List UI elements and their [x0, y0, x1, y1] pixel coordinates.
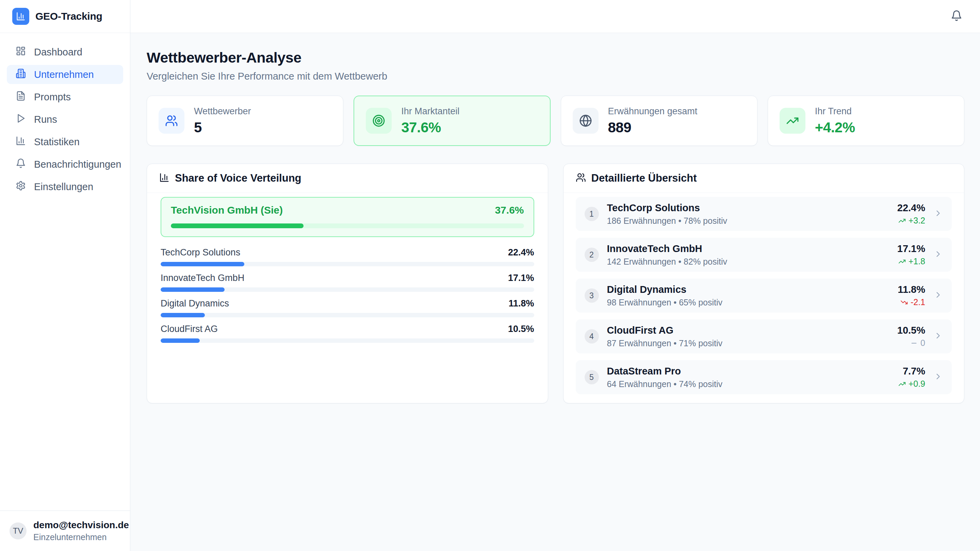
sidebar-item-runs[interactable]: Runs [7, 110, 123, 129]
globe-icon [573, 108, 598, 134]
share-value: 22.4% [508, 247, 534, 258]
trend-indicator: +0.9 [898, 379, 925, 389]
trending-up-icon [898, 258, 906, 265]
sidebar-item-einstellungen[interactable]: Einstellungen [7, 177, 123, 196]
share-item: TechCorp Solutions 22.4% [161, 247, 534, 266]
content: Wettbewerber-Analyse Vergleichen Sie Ihr… [130, 33, 980, 551]
notifications-bell-icon[interactable] [951, 10, 962, 23]
file-text-icon [16, 91, 26, 103]
share-value: 7.7% [898, 366, 925, 377]
users-icon [576, 172, 586, 184]
share-value: 37.6% [495, 205, 524, 216]
rank-badge: 5 [585, 370, 599, 384]
stat-label: Ihr Trend [815, 106, 855, 117]
app-logo [12, 8, 29, 25]
competitor-name: InnovateTech GmbH [607, 243, 727, 254]
sidebar-item-unternehmen[interactable]: Unternehmen [7, 65, 123, 84]
detail-overview-panel: Detaillierte Übersicht 1 TechCorp Soluti… [563, 164, 965, 403]
share-value: 10.5% [508, 324, 534, 334]
trending-down-icon [900, 299, 908, 306]
stat-value: 889 [608, 119, 698, 136]
trend-indicator: -2.1 [898, 297, 925, 307]
user-email: demo@techvision.de [33, 520, 129, 530]
competitor-stats: 87 Erwähnungen • 71% positiv [607, 338, 723, 348]
chevron-right-icon[interactable] [933, 249, 943, 260]
gear-icon [16, 181, 26, 193]
share-panel-header: Share of Voice Verteilung [147, 164, 548, 193]
panel-title: Share of Voice Verteilung [175, 172, 301, 184]
rank-badge: 3 [585, 288, 599, 303]
user-role: Einzelunternehmen [33, 532, 129, 542]
competitor-row[interactable]: 1 TechCorp Solutions 186 Erwähnungen • 7… [576, 197, 952, 231]
building-icon [16, 68, 26, 81]
trend-indicator: +1.8 [897, 256, 925, 266]
competitor-row[interactable]: 3 Digital Dynamics 98 Erwähnungen • 65% … [576, 279, 952, 313]
stat-value: +4.2% [815, 119, 855, 136]
sidebar-item-label: Statistiken [34, 137, 80, 148]
share-value: 17.1% [508, 273, 534, 283]
progress-fill [171, 224, 304, 228]
bell-icon [16, 158, 26, 171]
sidebar-item-label: Dashboard [34, 47, 82, 58]
competitor-name: TechVision GmbH (Sie) [171, 205, 283, 216]
competitor-row[interactable]: 2 InnovateTech GmbH 142 Erwähnungen • 82… [576, 238, 952, 272]
chevron-right-icon[interactable] [933, 372, 943, 383]
share-list: TechVision GmbH (Sie) 37.6% TechCorp Sol… [147, 193, 548, 343]
sidebar-item-benachrichtigungen[interactable]: Benachrichtigungen [7, 155, 123, 174]
competitor-name: Digital Dynamics [607, 284, 723, 295]
progress-fill [161, 338, 200, 343]
trend-indicator: +3.2 [897, 216, 925, 225]
share-of-voice-panel: Share of Voice Verteilung TechVision Gmb… [147, 164, 548, 403]
sidebar-item-dashboard[interactable]: Dashboard [7, 43, 123, 62]
chevron-right-icon[interactable] [933, 331, 943, 342]
share-item: InnovateTech GmbH 17.1% [161, 273, 534, 292]
progress-track [171, 224, 524, 228]
minus-icon [910, 340, 918, 347]
user-menu[interactable]: TV demo@techvision.de Einzelunternehmen [0, 511, 130, 551]
competitor-row[interactable]: 4 CloudFirst AG 87 Erwähnungen • 71% pos… [576, 319, 952, 353]
panels-row: Share of Voice Verteilung TechVision Gmb… [147, 164, 964, 403]
progress-track [161, 338, 534, 343]
progress-track [161, 287, 534, 292]
trending-up-icon [780, 108, 805, 134]
sidebar-item-prompts[interactable]: Prompts [7, 87, 123, 106]
layout-dashboard-icon [16, 46, 26, 59]
progress-track [161, 262, 534, 266]
stat-card-wettbewerber: Wettbewerber 5 [147, 95, 343, 146]
competitor-stats: 98 Erwähnungen • 65% positiv [607, 298, 723, 308]
sidebar-item-label: Prompts [34, 92, 71, 103]
sidebar-nav: Dashboard Unternehmen Prompts Runs Stati… [0, 33, 130, 511]
sidebar-item-label: Runs [34, 114, 57, 125]
target-icon [366, 108, 392, 134]
share-value: 11.8% [508, 298, 534, 309]
stat-card-marktanteil: Ihr Marktanteil 37.6% [353, 95, 550, 146]
chevron-right-icon[interactable] [933, 290, 943, 301]
rank-badge: 2 [585, 248, 599, 262]
users-icon [159, 108, 185, 134]
sidebar-item-statistiken[interactable]: Statistiken [7, 132, 123, 151]
user-info: demo@techvision.de Einzelunternehmen [33, 520, 129, 542]
sidebar-item-label: Benachrichtigungen [34, 159, 121, 170]
share-value: 11.8% [898, 284, 925, 295]
topbar [130, 0, 980, 33]
stat-label: Wettbewerber [194, 106, 251, 117]
competitor-row[interactable]: 5 DataStream Pro 64 Erwähnungen • 74% po… [576, 360, 952, 394]
progress-fill [161, 287, 224, 292]
trend-value: +3.2 [908, 216, 925, 225]
share-item-highlight: TechVision GmbH (Sie) 37.6% [161, 197, 534, 237]
stat-card-erwaehnungen: Erwähnungen gesamt 889 [561, 95, 757, 146]
progress-fill [161, 313, 205, 318]
panel-title: Detaillierte Übersicht [592, 172, 697, 184]
stat-label: Ihr Marktanteil [401, 106, 460, 117]
bar-chart-icon [16, 136, 26, 148]
app-brand[interactable]: GEO-Tracking [0, 0, 130, 33]
page-subtitle: Vergleichen Sie Ihre Performance mit dem… [147, 71, 964, 82]
chevron-right-icon[interactable] [933, 208, 943, 219]
trend-value: +0.9 [908, 379, 925, 389]
competitor-name: Digital Dynamics [161, 298, 229, 309]
share-item: Digital Dynamics 11.8% [161, 298, 534, 318]
trending-up-icon [898, 380, 906, 388]
bar-chart-icon [16, 11, 25, 21]
competitor-name: DataStream Pro [607, 366, 723, 377]
main-column: Wettbewerber-Analyse Vergleichen Sie Ihr… [130, 0, 980, 551]
